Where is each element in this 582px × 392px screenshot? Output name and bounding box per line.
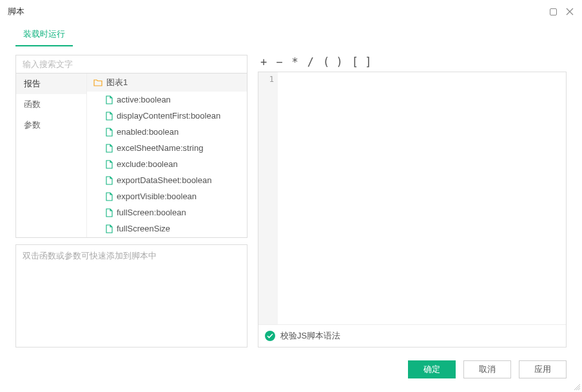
validate-bar[interactable]: 校验JS脚本语法 (258, 324, 566, 347)
category-param[interactable]: 参数 (16, 115, 86, 135)
file-icon (105, 112, 113, 121)
op-brackets[interactable]: [ ] (352, 55, 372, 68)
tree-folder[interactable]: 图表1 (87, 74, 247, 92)
hint-box: 双击函数或参数可快速添加到脚本中 (15, 244, 247, 348)
close-button[interactable] (565, 7, 574, 16)
file-icon (105, 95, 113, 104)
tree-item[interactable]: enabled:boolean (87, 124, 247, 140)
file-icon (105, 144, 113, 153)
tree-item-label: active:boolean (117, 95, 171, 104)
window-title: 脚本 (8, 6, 24, 17)
tree-item-label: exportVisible:boolean (117, 191, 197, 201)
category-list: 报告 函数 参数 (16, 74, 87, 237)
tree-item[interactable]: exclude:boolean (87, 156, 247, 172)
tree-item[interactable]: excelSheetName:string (87, 140, 247, 156)
window-controls (548, 7, 574, 16)
editor-area: 1 (258, 72, 566, 324)
apply-button[interactable]: 应用 (519, 360, 567, 378)
close-icon (566, 8, 574, 15)
file-icon (105, 160, 113, 169)
check-circle-icon (265, 331, 275, 341)
left-column: 报告 函数 参数 图表1 active:boolean disp (15, 55, 247, 348)
ok-button[interactable]: 确定 (408, 360, 456, 378)
operator-toolbar: + − * / ( ) [ ] (258, 55, 567, 72)
right-column: + − * / ( ) [ ] 1 校验JS脚本语法 (258, 55, 567, 348)
search-input[interactable] (16, 55, 247, 74)
line-gutter: 1 (258, 72, 278, 324)
file-icon (105, 192, 113, 201)
tab-bar: 装载时运行 (0, 23, 582, 47)
tree-item-label: enabled:boolean (117, 127, 179, 137)
tree-item[interactable]: fullScreenSize (87, 220, 247, 237)
file-icon (105, 128, 113, 137)
category-report[interactable]: 报告 (16, 74, 86, 94)
op-parens[interactable]: ( ) (323, 55, 343, 68)
tab-onload[interactable]: 装载时运行 (15, 23, 73, 46)
footer: 确定 取消 应用 (0, 354, 582, 385)
op-plus[interactable]: + (260, 55, 267, 68)
tree-item-list[interactable]: 图表1 active:boolean displayContentFirst:b… (87, 74, 247, 237)
resize-handle[interactable] (573, 383, 581, 391)
op-minus[interactable]: − (276, 55, 282, 68)
maximize-icon (550, 8, 557, 15)
file-icon (105, 224, 113, 233)
op-slash[interactable]: / (307, 55, 314, 68)
main-content: 报告 函数 参数 图表1 active:boolean disp (0, 47, 582, 354)
file-icon (105, 176, 113, 185)
category-function[interactable]: 函数 (16, 94, 86, 115)
tree-item-label: excelSheetName:string (117, 143, 203, 153)
tree-folder-label: 图表1 (106, 77, 128, 88)
tree-item[interactable]: exportVisible:boolean (87, 188, 247, 204)
tree-item-label: displayContentFirst:boolean (117, 111, 220, 121)
tree-item-label: fullScreen:boolean (117, 208, 186, 217)
editor-panel: 1 校验JS脚本语法 (258, 72, 567, 348)
line-number: 1 (258, 75, 274, 84)
op-star[interactable]: * (292, 55, 298, 68)
folder-icon (93, 79, 102, 86)
tree-item[interactable]: active:boolean (87, 92, 247, 108)
code-textarea[interactable] (278, 72, 566, 324)
tree-panels: 报告 函数 参数 图表1 active:boolean disp (16, 74, 247, 237)
tree-item[interactable]: fullScreen:boolean (87, 204, 247, 220)
file-icon (105, 208, 113, 217)
maximize-button[interactable] (548, 7, 558, 16)
titlebar: 脚本 (0, 0, 582, 23)
tree-item[interactable]: exportDataSheet:boolean (87, 172, 247, 188)
cancel-button[interactable]: 取消 (463, 360, 511, 378)
validate-label: 校验JS脚本语法 (280, 330, 340, 342)
tree-item-label: exclude:boolean (117, 159, 178, 169)
tree-item[interactable]: displayContentFirst:boolean (87, 108, 247, 124)
tree-item-label: fullScreenSize (117, 224, 170, 233)
tree-item-label: exportDataSheet:boolean (117, 175, 211, 185)
browse-panel: 报告 函数 参数 图表1 active:boolean disp (15, 55, 247, 238)
